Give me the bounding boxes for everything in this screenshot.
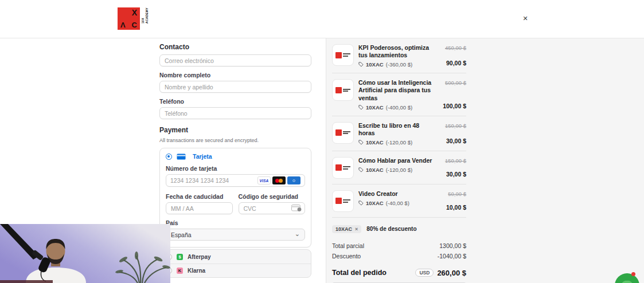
form-column: Contacto Nombre completo Teléfono Paymen… xyxy=(159,43,311,278)
totals: Total parcial 1300,00 $ Descuento -1040,… xyxy=(332,241,466,262)
amex-icon: ⬡ xyxy=(287,176,300,184)
old-price: 500,00 $ xyxy=(445,80,466,86)
product-thumbnail xyxy=(332,157,354,179)
currency-badge: USD xyxy=(415,269,434,277)
remove-discount-icon[interactable]: × xyxy=(355,226,358,232)
discount-value: -1040,00 $ xyxy=(438,251,466,261)
logo-letters-ac: ΛC xyxy=(118,21,140,29)
phone-input[interactable] xyxy=(159,107,311,119)
card-number-input[interactable] xyxy=(170,177,257,184)
product-logo-icon xyxy=(335,52,342,58)
subtotal-value: 1300,00 $ xyxy=(439,241,466,251)
discount-amount: (-360,00 $) xyxy=(386,61,412,68)
payment-security-note: All transactions are secured and encrypt… xyxy=(159,137,311,143)
webcam-background xyxy=(0,224,170,283)
name-label: Nombre completo xyxy=(159,72,311,78)
product-thumbnail xyxy=(332,79,354,101)
product-logo-icon xyxy=(335,164,342,171)
grand-total-value: 260,00 $ xyxy=(437,269,466,277)
product-logo-text xyxy=(343,89,350,92)
country-select[interactable]: España ⌄ xyxy=(166,229,305,241)
product-logo-icon xyxy=(335,198,342,204)
discount-amount: (-400,00 $) xyxy=(386,104,412,111)
webcam-video xyxy=(0,224,170,283)
card-payment-section: Tarjeta Número de tarjeta VISA ⬡ Fecha d… xyxy=(159,148,311,247)
afterpay-label: Afterpay xyxy=(188,254,211,260)
product-logo-text xyxy=(343,166,350,170)
product-title: Video Creator xyxy=(358,190,433,198)
klarna-label: Klarna xyxy=(188,268,205,274)
logo-wordmark-line1: 10X xyxy=(141,18,145,23)
product-title: Escribe tu libro en 48 horas xyxy=(358,122,433,137)
final-price: 30,00 $ xyxy=(446,137,466,144)
cvc-label: Código de seguridad xyxy=(239,193,306,200)
phone-label: Teléfono xyxy=(159,98,311,105)
product-title: Cómo Hablar para Vender xyxy=(358,157,433,164)
discount-amount: (-120,00 $) xyxy=(386,167,412,173)
product-thumbnail xyxy=(332,122,354,144)
alt-payment-methods: $ Afterpay K Klarna xyxy=(159,249,311,278)
old-price: 450,00 $ xyxy=(445,45,466,51)
old-price: 150,00 $ xyxy=(445,123,466,129)
notification-dot xyxy=(631,272,635,276)
card-method-label: Tarjeta xyxy=(193,153,212,160)
discount-label: Descuento xyxy=(332,251,361,261)
logo-wordmark: 10X ACADEMY xyxy=(141,7,149,23)
card-radio-selected[interactable] xyxy=(166,154,172,160)
email-input[interactable] xyxy=(159,54,311,66)
logo-square: X ΛC xyxy=(118,7,140,30)
order-summary: KPI Poderosos, optimiza tus lanzamientos… xyxy=(332,38,466,283)
expiry-input[interactable] xyxy=(166,202,233,214)
discount-amount: (-120,00 $) xyxy=(386,139,412,146)
payment-heading: Payment xyxy=(159,126,311,134)
credit-card-icon xyxy=(177,154,186,160)
logo-letter-a: Λ xyxy=(120,21,126,29)
tag-icon xyxy=(358,201,364,206)
contact-heading: Contacto xyxy=(159,43,311,51)
country-selected-value: España xyxy=(171,231,192,238)
order-item: Escribe tu libro en 48 horas 10XAC (-120… xyxy=(332,116,466,151)
old-price: 50,00 $ xyxy=(448,191,466,197)
brand-logo: X ΛC 10X ACADEMY xyxy=(118,7,149,30)
product-title: Cómo usar la Inteligencia Artificial par… xyxy=(358,79,433,101)
logo-wordmark-line2: ACADEMY xyxy=(145,7,149,23)
order-item: Cómo Hablar para Vender 10XAC (-120,00 $… xyxy=(332,151,466,184)
afterpay-method-option[interactable]: $ Afterpay xyxy=(160,250,311,264)
final-price: 90,00 $ xyxy=(446,60,466,66)
card-number-label: Número de tarjeta xyxy=(166,165,305,172)
desk-edge xyxy=(0,280,53,283)
product-logo-icon xyxy=(335,87,342,93)
final-price: 30,00 $ xyxy=(446,171,466,178)
product-thumbnail xyxy=(332,190,354,212)
product-title: KPI Poderosos, optimiza tus lanzamientos xyxy=(358,44,433,59)
klarna-icon: K xyxy=(177,268,183,274)
webcam-overlay xyxy=(0,224,170,283)
logo-letter-c: C xyxy=(132,21,137,29)
card-brands: VISA ⬡ xyxy=(257,176,300,184)
discount-code: 10XAC xyxy=(366,104,384,111)
visa-icon: VISA xyxy=(257,176,271,184)
full-name-input[interactable] xyxy=(159,81,311,93)
tag-icon xyxy=(358,140,364,145)
discount-code: 10XAC xyxy=(366,61,384,68)
close-icon[interactable]: ✕ xyxy=(521,14,530,23)
discount-code: 10XAC xyxy=(366,200,384,206)
card-method-option[interactable]: Tarjeta xyxy=(166,153,305,160)
order-item: Video Creator 10XAC (-40,00 $) 50,00 $ 1… xyxy=(332,184,466,218)
order-item: Cómo usar la Inteligencia Artificial par… xyxy=(332,73,466,116)
old-price: 150,00 $ xyxy=(445,158,466,164)
checkout-page: X ΛC 10X ACADEMY ✕ Contacto Nombre compl… xyxy=(0,0,644,283)
tag-icon xyxy=(358,62,364,67)
tag-icon xyxy=(358,167,364,172)
order-summary-panel: KPI Poderosos, optimiza tus lanzamientos… xyxy=(326,38,644,283)
discount-code: 10XAC xyxy=(366,139,384,146)
final-price: 10,00 $ xyxy=(446,204,466,211)
subtotal-label: Total parcial xyxy=(332,241,364,251)
product-logo-icon xyxy=(335,129,342,136)
klarna-method-option[interactable]: K Klarna xyxy=(160,264,311,277)
order-item: KPI Poderosos, optimiza tus lanzamientos… xyxy=(332,38,466,73)
product-logo-text xyxy=(343,53,350,57)
discount-description: 80% de descuento xyxy=(366,226,416,232)
discount-pill-code: 10XAC xyxy=(335,226,352,232)
grand-total-label: Total del pedido xyxy=(332,269,387,277)
